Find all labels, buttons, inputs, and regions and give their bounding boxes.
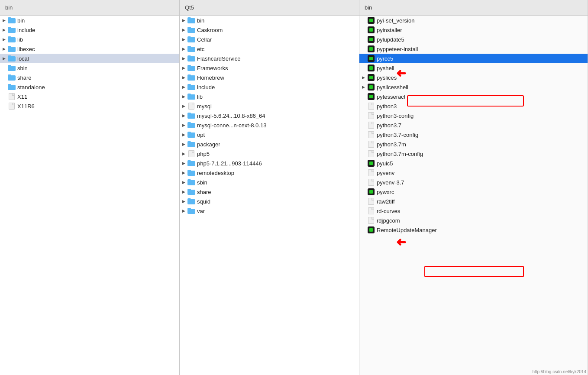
- list-item[interactable]: ▶Caskroom: [180, 25, 359, 35]
- list-item[interactable]: X11: [0, 92, 179, 101]
- list-item[interactable]: ▶pyslicesshell: [359, 82, 588, 92]
- list-item[interactable]: ▶pyslices: [359, 73, 588, 82]
- exec-icon: [368, 84, 375, 91]
- list-item[interactable]: pyinstaller: [359, 25, 588, 35]
- item-label: bin: [197, 17, 204, 24]
- chevron-right-icon: ▶: [180, 197, 187, 206]
- list-item[interactable]: ▶include: [0, 25, 179, 35]
- item-label: python3.7: [377, 122, 401, 129]
- chevron-right-icon: ▶: [0, 16, 8, 25]
- list-item[interactable]: standalone: [0, 82, 179, 92]
- list-item[interactable]: pytesseract: [359, 92, 588, 101]
- folder-icon: [187, 65, 195, 71]
- item-label: libexec: [17, 46, 35, 52]
- item-label: mysql-conne...n-cext-8.0.13: [197, 122, 266, 129]
- column-2: ▶bin▶Caskroom▶Cellar▶etc▶FlashcardServic…: [180, 16, 359, 375]
- chevron-right-icon: ▶: [180, 206, 187, 216]
- list-item[interactable]: pyrcc5: [359, 54, 588, 63]
- list-item[interactable]: ▶FlashcardService: [180, 54, 359, 63]
- file-icon: [368, 217, 374, 224]
- list-item[interactable]: ▶mysql-conne...n-cext-8.0.13: [180, 120, 359, 130]
- folder-icon: [187, 113, 195, 119]
- list-item[interactable]: rdjpgcom: [359, 216, 588, 225]
- list-item[interactable]: ▶mysql: [180, 101, 359, 111]
- item-label: FlashcardService: [197, 55, 240, 62]
- item-label: pyshell: [377, 65, 394, 71]
- item-label: sbin: [17, 65, 28, 71]
- item-label: php5: [197, 151, 210, 157]
- list-item[interactable]: pyi-set_version: [359, 16, 588, 25]
- item-label: X11: [17, 94, 27, 100]
- chevron-right-icon: ▶: [180, 92, 187, 101]
- list-item[interactable]: pyvenv: [359, 168, 588, 178]
- list-item[interactable]: pywxrc: [359, 187, 588, 197]
- exec-icon: [368, 93, 375, 100]
- list-item[interactable]: RemoteUpdateManager: [359, 225, 588, 235]
- list-item[interactable]: ▶bin: [0, 16, 179, 25]
- folder-icon: [8, 27, 16, 33]
- item-label: pyslicesshell: [377, 84, 408, 91]
- chevron-right-icon: ▶: [180, 44, 187, 54]
- item-label: pytesseract: [377, 94, 405, 100]
- list-item[interactable]: python3-config: [359, 111, 588, 120]
- list-item[interactable]: ▶local: [0, 54, 179, 63]
- exec-icon: [368, 160, 375, 167]
- item-label: python3-config: [377, 113, 414, 119]
- list-item[interactable]: sbin: [0, 63, 179, 73]
- list-item[interactable]: python3.7m: [359, 139, 588, 149]
- list-item[interactable]: ▶lib: [180, 92, 359, 101]
- list-item[interactable]: ▶php5: [180, 149, 359, 158]
- column-3: pyi-set_versionpyinstallerpylupdate5pypp…: [359, 16, 588, 375]
- list-item[interactable]: ▶php5-7.1.21...903-114446: [180, 158, 359, 168]
- list-item[interactable]: pyppeteer-install: [359, 44, 588, 54]
- folder-icon: [187, 74, 195, 81]
- list-item[interactable]: ▶bin: [180, 16, 359, 25]
- list-item[interactable]: ▶squid: [180, 197, 359, 206]
- folder-icon: [187, 27, 195, 33]
- item-label: lib: [197, 94, 203, 100]
- list-item[interactable]: rd-curves: [359, 206, 588, 216]
- list-item[interactable]: ▶sbin: [180, 178, 359, 187]
- item-label: php5-7.1.21...903-114446: [197, 160, 262, 167]
- list-item[interactable]: ▶Frameworks: [180, 63, 359, 73]
- list-item[interactable]: pyuic5: [359, 158, 588, 168]
- list-item[interactable]: ▶include: [180, 82, 359, 92]
- list-item[interactable]: ▶remotedesktop: [180, 168, 359, 178]
- list-item[interactable]: ▶Cellar: [180, 35, 359, 44]
- list-item[interactable]: raw2tiff: [359, 197, 588, 206]
- list-item[interactable]: ▶var: [180, 206, 359, 216]
- list-item[interactable]: python3.7m-config: [359, 149, 588, 158]
- list-item[interactable]: ▶packager: [180, 139, 359, 149]
- list-item[interactable]: ▶lib: [0, 35, 179, 44]
- list-item[interactable]: python3.7: [359, 120, 588, 130]
- file-icon: [188, 103, 194, 110]
- list-item[interactable]: pylupdate5: [359, 35, 588, 44]
- list-item[interactable]: python3: [359, 101, 588, 111]
- list-item[interactable]: ▶opt: [180, 130, 359, 139]
- chevron-right-icon: ▶: [0, 25, 8, 35]
- col2-header-label: Qt5: [185, 4, 194, 11]
- list-item[interactable]: pyvenv-3.7: [359, 178, 588, 187]
- item-label: rd-curves: [377, 208, 400, 214]
- file-icon: [9, 93, 15, 100]
- chevron-right-icon: ▶: [180, 25, 187, 35]
- list-item[interactable]: X11R6: [0, 101, 179, 111]
- folder-icon: [187, 160, 195, 166]
- list-item[interactable]: ▶etc: [180, 44, 359, 54]
- list-item[interactable]: ▶Homebrew: [180, 73, 359, 82]
- list-item[interactable]: pyshell: [359, 63, 588, 73]
- chevron-right-icon: ▶: [180, 16, 187, 25]
- list-item[interactable]: ▶mysql-5.6.24...10.8-x86_64: [180, 111, 359, 120]
- item-label: pyslices: [377, 74, 397, 81]
- exec-icon: [368, 74, 375, 81]
- item-label: pyppeteer-install: [377, 46, 418, 52]
- item-label: pyvenv: [377, 170, 394, 176]
- chevron-right-icon: ▶: [180, 178, 187, 187]
- list-item[interactable]: share: [0, 73, 179, 82]
- item-label: raw2tiff: [377, 198, 395, 205]
- list-item[interactable]: ▶share: [180, 187, 359, 197]
- list-item[interactable]: python3.7-config: [359, 130, 588, 139]
- columns-wrapper: ▶bin▶include▶lib▶libexec▶localsbinshares…: [0, 16, 588, 375]
- list-item[interactable]: ▶libexec: [0, 44, 179, 54]
- item-label: Caskroom: [197, 27, 223, 33]
